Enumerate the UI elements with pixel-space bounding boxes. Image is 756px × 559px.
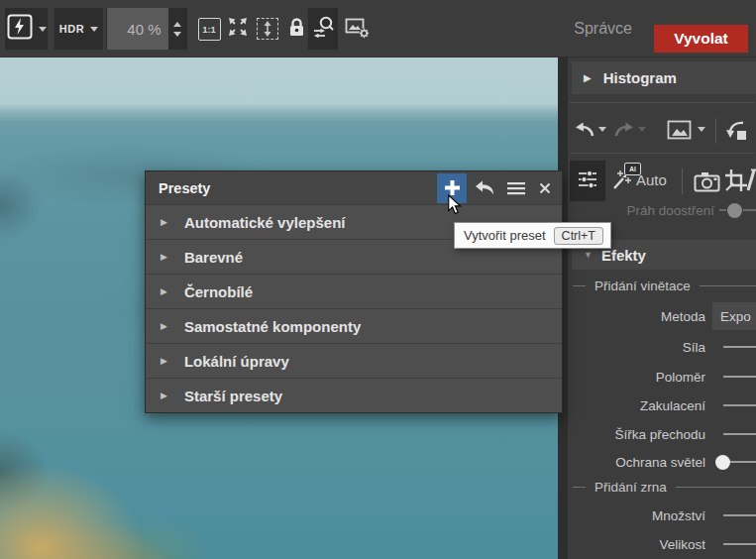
highlight-protection-handle[interactable] — [715, 455, 730, 470]
hdr-label: HDR — [59, 23, 84, 35]
preset-group-local[interactable]: ▶ Lokální úpravy — [146, 343, 562, 378]
zoom-input[interactable]: 40 % — [107, 8, 168, 50]
tooltip-text: Vytvořit preset — [464, 228, 546, 243]
chevron-down-icon[interactable] — [39, 27, 47, 32]
chevron-down-icon[interactable]: ▼ — [584, 250, 593, 260]
amount-label: Množství — [568, 508, 705, 523]
history-toolbar — [568, 111, 756, 151]
feather-label: Šířka přechodu — [568, 427, 705, 442]
sharpen-threshold-label: Práh doostření — [568, 203, 714, 218]
preset-group-label: Starší presety — [184, 388, 282, 404]
preset-group-label: Černobílé — [184, 283, 253, 300]
straighten-tool-button[interactable] — [746, 168, 756, 196]
sliders-icon — [577, 168, 598, 194]
group-rule — [573, 285, 586, 286]
revert-preset-button[interactable] — [471, 173, 498, 203]
undo-arrow-icon — [474, 179, 495, 196]
app-window: HDR 40 % 1:1 — [0, 0, 756, 559]
presets-panel-header: Presety — [146, 171, 562, 204]
fit-height-button[interactable] — [254, 8, 281, 50]
grain-group-label: Přidání zrna — [594, 480, 667, 495]
panel-menu-button[interactable] — [502, 173, 530, 203]
fit-screen-icon — [227, 16, 249, 42]
separator — [570, 102, 754, 103]
chevron-down-icon[interactable] — [90, 27, 98, 32]
mouse-cursor-icon — [447, 194, 462, 220]
crop-tool-button[interactable] — [724, 168, 748, 196]
highlight-protection-label: Ochrana světel — [568, 455, 705, 470]
undo-button[interactable] — [573, 119, 596, 145]
group-rule — [573, 487, 586, 488]
radius-slider[interactable] — [723, 376, 756, 378]
radius-slider-row: Poloměr — [568, 364, 756, 390]
flash-preset-button[interactable] — [5, 8, 48, 50]
chevron-right-icon: ▶ — [161, 252, 167, 262]
highlight-protection-slider[interactable] — [730, 461, 756, 463]
camera-settings-button[interactable] — [694, 170, 720, 196]
fit-to-screen-button[interactable] — [224, 8, 252, 50]
develop-sidebar: ▶ Histogram — [568, 56, 756, 559]
preset-group-legacy[interactable]: ▶ Starší presety — [146, 378, 562, 412]
close-icon — [539, 182, 551, 194]
preset-group-label: Lokální úpravy — [184, 353, 289, 370]
preview-settings-button[interactable] — [343, 8, 371, 50]
vignette-group-row: Přidání vinětace — [568, 273, 756, 298]
preset-group-bw[interactable]: ▶ Černobílé — [146, 274, 562, 308]
undo-history-chevron-icon[interactable] — [598, 127, 606, 132]
roundness-label: Zakulacení — [568, 398, 705, 413]
preview-image-button[interactable] — [667, 120, 692, 144]
radius-label: Poloměr — [568, 370, 705, 385]
chevron-right-icon: ▶ — [161, 286, 167, 296]
redo-button[interactable] — [612, 119, 636, 145]
slider-track — [743, 209, 756, 211]
histogram-title: Histogram — [603, 69, 677, 86]
preset-group-components[interactable]: ▶ Samostatné komponenty — [146, 308, 562, 343]
chevron-right-icon[interactable]: ▶ — [584, 72, 592, 83]
slider-handle — [727, 203, 742, 218]
adjustments-tool-button[interactable] — [570, 161, 605, 201]
group-rule — [700, 285, 756, 286]
roundness-slider-row: Zakulacení — [568, 392, 756, 418]
tooltip-shortcut: Ctrl+T — [554, 227, 603, 245]
size-slider-row: Velikost — [568, 531, 756, 557]
chevron-right-icon: ▶ — [161, 356, 167, 366]
grain-group-row: Přidání zrna — [568, 474, 756, 500]
strength-slider[interactable] — [723, 346, 756, 348]
preset-group-label: Automatické vylepšení — [184, 214, 346, 231]
chevron-right-icon: ▶ — [161, 321, 167, 331]
lock-button[interactable] — [285, 8, 307, 50]
hdr-button[interactable]: HDR — [54, 8, 103, 50]
image-gear-icon — [345, 16, 370, 43]
separator — [715, 118, 716, 144]
flash-icon — [7, 14, 33, 44]
fit-height-icon — [257, 18, 278, 40]
zoom-100-button[interactable]: 1:1 — [195, 8, 223, 50]
feather-slider[interactable] — [723, 433, 756, 435]
compare-view-button[interactable] — [308, 8, 338, 50]
close-panel-button[interactable] — [534, 173, 556, 203]
rotate-canvas-button[interactable] — [724, 119, 750, 147]
amount-slider[interactable] — [723, 514, 756, 516]
vyvolat-button[interactable]: Vyvolat — [654, 25, 748, 53]
zoom-control: 40 % — [106, 8, 187, 50]
preset-group-label: Barevné — [184, 249, 243, 266]
redo-history-chevron-icon[interactable] — [638, 127, 646, 132]
separator — [682, 168, 683, 194]
preset-group-label: Samostatné komponenty — [184, 318, 361, 335]
auto-enhance-label[interactable]: Auto — [636, 171, 667, 188]
one-to-one-icon: 1:1 — [198, 18, 221, 41]
vignette-group-label: Přidání vinětace — [594, 279, 691, 293]
step-down-icon[interactable] — [173, 32, 181, 37]
step-up-icon[interactable] — [173, 22, 181, 27]
hamburger-menu-icon — [507, 181, 525, 195]
compare-zoom-icon — [311, 15, 336, 43]
spravce-module-link[interactable]: Správce — [574, 0, 632, 56]
preview-chevron-icon[interactable] — [698, 127, 705, 132]
zoom-stepper[interactable] — [168, 8, 187, 50]
histogram-header[interactable]: ▶ Histogram — [572, 61, 756, 94]
size-slider[interactable] — [723, 543, 756, 545]
sharpen-threshold-row: Práh doostření — [568, 199, 756, 221]
feather-slider-row: Šířka přechodu — [568, 421, 756, 447]
method-dropdown[interactable]: Expo — [712, 302, 756, 330]
roundness-slider[interactable] — [723, 404, 756, 406]
